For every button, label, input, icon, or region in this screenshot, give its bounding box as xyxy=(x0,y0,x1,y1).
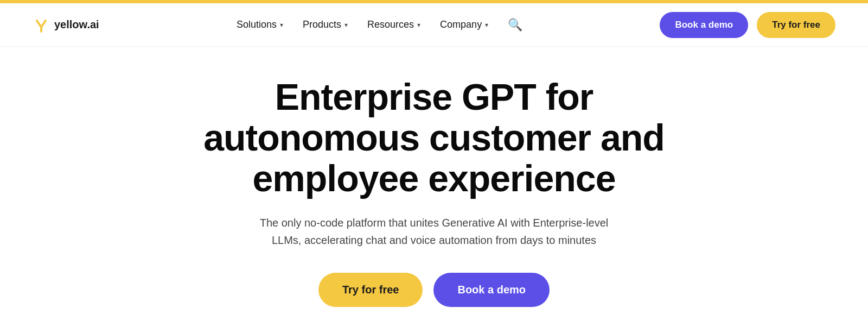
hero-subtitle: The only no-code platform that unites Ge… xyxy=(250,214,618,249)
hero-section: Enterprise GPT for autonomous customer a… xyxy=(0,47,868,326)
resources-label: Resources xyxy=(367,19,414,30)
nav-item-products[interactable]: Products ▾ xyxy=(303,19,348,30)
company-label: Company xyxy=(440,19,482,30)
hero-buttons: Try for free Book a demo xyxy=(318,273,550,307)
solutions-chevron-icon: ▾ xyxy=(280,21,283,29)
hero-book-demo-button[interactable]: Book a demo xyxy=(433,273,550,307)
company-chevron-icon: ▾ xyxy=(485,21,488,29)
products-label: Products xyxy=(303,19,341,30)
nav-links: Solutions ▾ Products ▾ Resources ▾ Compa… xyxy=(237,18,522,32)
nav-item-solutions[interactable]: Solutions ▾ xyxy=(237,19,283,30)
logo-area: yellow.ai xyxy=(33,16,99,34)
nav-item-resources[interactable]: Resources ▾ xyxy=(367,19,420,30)
yellow-ai-logo-icon xyxy=(33,16,50,34)
nav-try-free-button[interactable]: Try for free xyxy=(757,12,835,38)
nav-item-company[interactable]: Company ▾ xyxy=(440,19,488,30)
navbar: yellow.ai Solutions ▾ Products ▾ Resourc… xyxy=(0,3,868,47)
hero-try-free-button[interactable]: Try for free xyxy=(318,273,423,307)
resources-chevron-icon: ▾ xyxy=(417,21,420,29)
products-chevron-icon: ▾ xyxy=(344,21,348,29)
search-icon[interactable]: 🔍 xyxy=(508,18,522,32)
hero-title: Enterprise GPT for autonomous customer a… xyxy=(190,77,678,198)
solutions-label: Solutions xyxy=(237,19,277,30)
nav-book-demo-button[interactable]: Book a demo xyxy=(660,12,748,38)
logo-text: yellow.ai xyxy=(54,18,99,31)
nav-actions: Book a demo Try for free xyxy=(660,12,835,38)
